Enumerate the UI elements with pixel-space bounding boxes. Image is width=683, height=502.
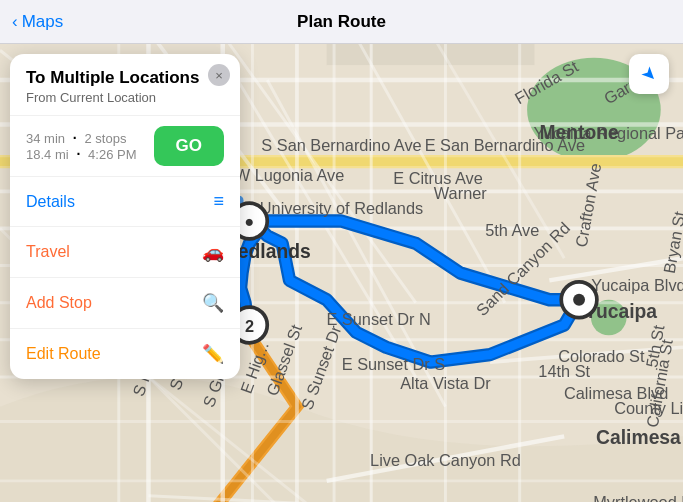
- svg-text:Yucaipa Blvd: Yucaipa Blvd: [591, 276, 683, 294]
- travel-row[interactable]: Travel 🚗: [10, 226, 240, 277]
- go-button[interactable]: GO: [154, 126, 224, 166]
- add-stop-icon: 🔍: [202, 292, 224, 314]
- app-header: ‹ Maps Plan Route: [0, 0, 683, 44]
- svg-text:Live Oak Canyon Rd: Live Oak Canyon Rd: [370, 451, 521, 469]
- svg-text:Myrtlewood Dr: Myrtlewood Dr: [593, 493, 683, 502]
- back-button[interactable]: ‹ Maps: [12, 12, 63, 32]
- route-info: 34 min · 2 stops 18.4 mi · 4:26 PM GO: [10, 115, 240, 176]
- svg-text:Alta Vista Dr: Alta Vista Dr: [400, 374, 491, 392]
- panel-subtitle: From Current Location: [26, 90, 224, 105]
- svg-point-72: [573, 294, 585, 306]
- edit-route-icon: ✏️: [202, 343, 224, 365]
- back-chevron-icon: ‹: [12, 12, 18, 32]
- svg-text:●: ●: [245, 212, 255, 230]
- page-title: Plan Route: [297, 12, 386, 32]
- panel-header: To Multiple Locations From Current Locat…: [10, 54, 240, 115]
- route-stats: 34 min · 2 stops 18.4 mi · 4:26 PM: [26, 130, 137, 162]
- travel-icon: 🚗: [202, 241, 224, 263]
- location-button[interactable]: ➤: [629, 54, 669, 94]
- route-duration: 34 min: [26, 131, 65, 146]
- svg-text:E Sunset Dr S: E Sunset Dr S: [342, 355, 446, 373]
- side-panel: × To Multiple Locations From Current Loc…: [10, 54, 240, 379]
- svg-text:Calimesa: Calimesa: [596, 427, 681, 448]
- route-eta: 4:26 PM: [88, 147, 136, 162]
- svg-rect-3: [327, 44, 535, 65]
- edit-route-label: Edit Route: [26, 345, 101, 363]
- panel-title: To Multiple Locations: [26, 68, 224, 88]
- svg-text:University of Redlands: University of Redlands: [260, 199, 423, 217]
- edit-route-row[interactable]: Edit Route ✏️: [10, 328, 240, 379]
- svg-text:2: 2: [245, 317, 254, 335]
- svg-text:Colorado St: Colorado St: [558, 347, 645, 365]
- svg-text:W Lugonia Ave: W Lugonia Ave: [235, 166, 345, 184]
- svg-text:Warner: Warner: [434, 184, 487, 202]
- svg-text:E Sunset Dr N: E Sunset Dr N: [326, 310, 430, 328]
- add-stop-label: Add Stop: [26, 294, 92, 312]
- back-label: Maps: [22, 12, 64, 32]
- details-row[interactable]: Details ≡: [10, 176, 240, 226]
- route-stops: 2 stops: [84, 131, 126, 146]
- close-button[interactable]: ×: [208, 64, 230, 86]
- svg-text:5th Ave: 5th Ave: [485, 221, 539, 239]
- location-icon: ➤: [636, 61, 662, 87]
- svg-text:S San Bernardino Ave: S San Bernardino Ave: [261, 136, 421, 154]
- svg-text:County Line: County Line: [614, 399, 683, 417]
- route-distance: 18.4 mi: [26, 147, 69, 162]
- add-stop-row[interactable]: Add Stop 🔍: [10, 277, 240, 328]
- svg-text:Mentone: Mentone: [539, 122, 619, 143]
- travel-label: Travel: [26, 243, 70, 261]
- details-icon: ≡: [213, 191, 224, 212]
- details-label: Details: [26, 193, 75, 211]
